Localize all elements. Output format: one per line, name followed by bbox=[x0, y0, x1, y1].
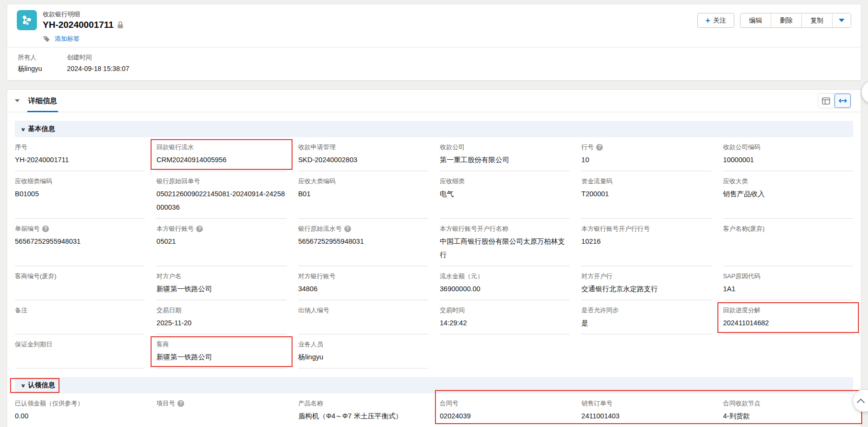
owner-value-link[interactable]: 杨lingyu bbox=[18, 65, 42, 73]
record-identity: 收款银行明细 YH-20240001711 添加标签 bbox=[17, 10, 124, 43]
field-value: 36900000.00 bbox=[440, 282, 570, 296]
field-value-link[interactable]: 02024039 bbox=[440, 409, 570, 423]
add-tag-link[interactable]: 添加标签 bbox=[55, 35, 80, 43]
detail-tab-bar: 详细信息 bbox=[7, 90, 861, 112]
section-header-basic-info[interactable]: ∨基本信息 bbox=[15, 121, 853, 137]
section-title-text: 基本信息 bbox=[28, 125, 55, 133]
help-icon[interactable]: ? bbox=[42, 225, 49, 232]
field-label: SAP原因代码 bbox=[723, 272, 853, 281]
floating-action-circle[interactable] bbox=[861, 81, 868, 104]
field-grid: 已认领金额（仅供参考）0.00项目号?产品名称盾构机（Φ4～Φ7 米土压平衡式）… bbox=[15, 393, 853, 427]
field-label: 本方银行账号开户行行号 bbox=[581, 225, 711, 233]
empty-cell bbox=[440, 334, 570, 368]
field-row: 单据编号?56567252955948031本方银行账号?05021银行原始流水… bbox=[15, 219, 853, 266]
field-label: 项目号? bbox=[156, 399, 286, 408]
detail-field: 收款公司编码10000001 bbox=[723, 137, 853, 171]
field-grid: 序号YH-20240001711回款银行流水CRM20240914005956收… bbox=[15, 137, 853, 368]
created-time-field: 创建时间 2024-09-18 15:38:07 bbox=[67, 53, 129, 73]
detail-field: 应收细类电气 bbox=[440, 171, 570, 219]
created-time-label: 创建时间 bbox=[67, 53, 129, 62]
follow-button[interactable]: + 关注 bbox=[697, 13, 734, 28]
field-label: 应收大类 bbox=[723, 177, 853, 186]
detail-field: 本方银行账号开户行行号10216 bbox=[581, 219, 711, 266]
more-actions-button[interactable] bbox=[833, 13, 851, 27]
field-value-link[interactable]: B01005 bbox=[15, 187, 145, 201]
section-header-claim-info[interactable]: ∨认领信息 bbox=[15, 377, 853, 393]
field-label: 本方银行账号? bbox=[156, 225, 286, 233]
detail-field: 对方银行账号34806 bbox=[298, 266, 428, 300]
detail-field: 出纳人编号 bbox=[298, 300, 428, 334]
section-title: ∨基本信息 bbox=[21, 125, 55, 133]
field-value-link[interactable]: 2411001403 bbox=[581, 409, 711, 423]
detail-field: 是否允许同步是 bbox=[581, 300, 711, 334]
clone-button[interactable]: 复制 bbox=[802, 13, 833, 27]
field-label: 回款银行流水 bbox=[156, 143, 286, 152]
field-label: 应收细类 bbox=[440, 177, 570, 186]
field-label: 应收大类编码 bbox=[298, 177, 428, 186]
field-label: 备注 bbox=[15, 306, 145, 315]
field-value: 14:29:42 bbox=[440, 316, 570, 330]
help-icon[interactable]: ? bbox=[177, 400, 184, 407]
detail-field: 收款公司第一重工股份有限公司 bbox=[440, 137, 570, 171]
tag-icon bbox=[43, 35, 50, 43]
plus-icon: + bbox=[705, 16, 710, 24]
field-label: 收款公司 bbox=[440, 143, 570, 152]
help-icon[interactable]: ? bbox=[344, 225, 351, 232]
field-label: 资金流量码 bbox=[581, 177, 711, 186]
owner-label: 所有人 bbox=[18, 53, 42, 62]
field-value-link[interactable]: 新疆第一铁路公司 bbox=[156, 350, 286, 364]
layout-view-button[interactable] bbox=[818, 94, 834, 108]
tab-detail-info[interactable]: 详细信息 bbox=[28, 90, 57, 112]
help-icon[interactable]: ? bbox=[596, 144, 603, 151]
field-value: 1A1 bbox=[723, 282, 853, 296]
detail-field: 客商新疆第一铁路公司 bbox=[156, 334, 286, 368]
detail-field: 产品名称盾构机（Φ4～Φ7 米土压平衡式） bbox=[298, 393, 428, 427]
chevron-down-icon: ∨ bbox=[21, 126, 26, 132]
delete-button[interactable]: 删除 bbox=[771, 13, 802, 27]
field-row: 客商编号(废弃)对方户名新疆第一铁路公司对方银行账号34806流水金额（元）36… bbox=[15, 266, 853, 300]
edit-button[interactable]: 编辑 bbox=[740, 13, 771, 27]
field-value: 10216 bbox=[581, 235, 711, 248]
field-value: 2025-11-20 bbox=[156, 316, 286, 330]
field-value-link[interactable]: 202411014682 bbox=[723, 316, 853, 330]
field-value: YH-20240001711 bbox=[15, 153, 145, 166]
created-time-value: 2024-09-18 15:38:07 bbox=[67, 65, 129, 72]
detail-field: 交易时间14:29:42 bbox=[440, 300, 570, 334]
owner-field: 所有人 杨lingyu bbox=[18, 53, 42, 73]
detail-field: 销售订单号2411001403 bbox=[581, 393, 711, 427]
empty-cell bbox=[581, 334, 711, 368]
title-block: 收款银行明细 YH-20240001711 添加标签 bbox=[43, 10, 124, 43]
field-label: 交易日期 bbox=[156, 306, 286, 315]
field-label: 行号? bbox=[581, 143, 711, 152]
field-value: 0.00 bbox=[15, 409, 145, 423]
detail-field: 交易日期2025-11-20 bbox=[156, 300, 286, 334]
help-icon[interactable]: ? bbox=[196, 225, 203, 232]
detail-field: 本方银行账号开户行名称中国工商银行股份有限公司太原万柏林支行 bbox=[440, 219, 570, 266]
detail-field: 行号?10 bbox=[581, 137, 711, 171]
field-value: 是 bbox=[581, 316, 711, 330]
field-row: 序号YH-20240001711回款银行流水CRM20240914005956收… bbox=[15, 137, 853, 171]
field-value-link[interactable]: CRM20240914005956 bbox=[156, 153, 286, 166]
field-label: 交易时间 bbox=[440, 306, 570, 315]
detail-field: 客商编号(废弃) bbox=[15, 266, 145, 300]
molecule-dots-icon bbox=[21, 14, 33, 26]
tab-label: 详细信息 bbox=[28, 96, 57, 106]
field-value-link[interactable]: SKD-20240002803 bbox=[298, 153, 428, 166]
field-value-link[interactable]: T200001 bbox=[581, 187, 711, 201]
detail-field: SAP原因代码1A1 bbox=[723, 266, 853, 300]
field-row: 保证金到期日客商新疆第一铁路公司业务人员杨lingyu bbox=[15, 334, 853, 368]
detail-field: 保证金到期日 bbox=[15, 334, 145, 368]
collapse-caret-icon[interactable] bbox=[15, 99, 20, 102]
field-label: 对方户名 bbox=[156, 272, 286, 281]
field-label: 已认领金额（仅供参考） bbox=[15, 399, 145, 408]
record-actions: + 关注 编辑 删除 复制 bbox=[697, 13, 851, 28]
field-value-link[interactable]: 杨lingyu bbox=[298, 350, 428, 364]
detail-field: 应收细类编码B01005 bbox=[15, 171, 145, 219]
field-value: 4-到货款 bbox=[723, 409, 853, 423]
section-title: ∨认领信息 bbox=[21, 381, 55, 390]
field-label: 银行原始回单号 bbox=[156, 177, 286, 186]
detail-field: 单据编号?56567252955948031 bbox=[15, 219, 145, 266]
expand-width-button[interactable] bbox=[834, 94, 851, 108]
field-label: 应收细类编码 bbox=[15, 177, 145, 186]
field-label: 客商 bbox=[156, 340, 286, 349]
